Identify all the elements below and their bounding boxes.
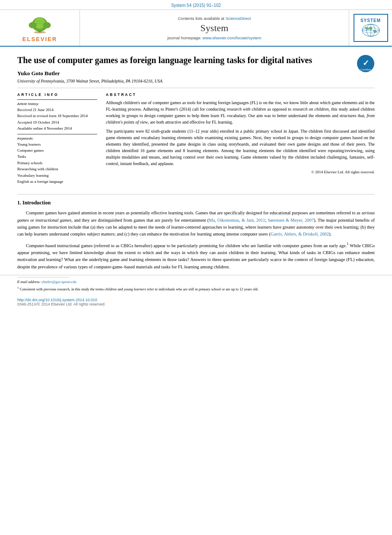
svg-point-6 bbox=[43, 22, 51, 29]
doi-line: http://dx.doi.org/10.1016/j.system.2014.… bbox=[17, 297, 375, 302]
ref-ma-link[interactable]: Ma, Oikonomou, & Jain, 2011 bbox=[209, 218, 265, 223]
section1-title: 1. Introduction bbox=[17, 200, 375, 206]
globe-icon bbox=[360, 23, 382, 38]
email-label: E-mail address: bbox=[17, 280, 41, 284]
journal-center: Contents lists available at ScienceDirec… bbox=[80, 10, 349, 46]
info-divider-2 bbox=[17, 134, 97, 134]
intro-p2: Computer-based instructional games (refe… bbox=[17, 241, 375, 271]
keyword-7: English as a foreign language bbox=[17, 178, 97, 185]
email-footnote: E-mail address: ybutler@gse.upenn.edu bbox=[17, 279, 375, 285]
received-revised-line: Received in revised form 18 September 20… bbox=[17, 113, 97, 119]
keywords-label: Keywords: bbox=[17, 137, 97, 140]
svg-point-2 bbox=[34, 18, 45, 29]
journal-header: ELSEVIER Contents lists available at Sci… bbox=[0, 10, 392, 47]
page-container: System 54 (2015) 91–102 bbox=[0, 0, 392, 535]
main-divider bbox=[17, 194, 375, 194]
sciencedirect-link[interactable]: ScienceDirect bbox=[226, 16, 251, 21]
svg-point-5 bbox=[29, 22, 37, 29]
abstract-text: Although children's use of computer game… bbox=[106, 99, 375, 175]
journal-right-logo: SYSTEM bbox=[349, 10, 392, 46]
abstract-label: ABSTRACT bbox=[106, 92, 375, 97]
two-col-layout: ARTICLE INFO Article history: Received 2… bbox=[17, 92, 375, 185]
elsevier-logo: ELSEVIER bbox=[0, 10, 80, 46]
ref-sorensen-link[interactable]: Sørensen & Meyer, 2007 bbox=[268, 218, 314, 223]
svg-text:✓: ✓ bbox=[363, 59, 369, 67]
footnote-1: 1 Consistent with previous research, in … bbox=[17, 286, 375, 292]
header-divider bbox=[17, 88, 375, 88]
footer-doi: http://dx.doi.org/10.1016/j.system.2014.… bbox=[0, 293, 392, 310]
main-content: 1. Introduction Computer games have gain… bbox=[0, 200, 392, 271]
system-logo-title: SYSTEM bbox=[360, 18, 381, 23]
journal-homepage: journal homepage: www.elsevier.com/locat… bbox=[167, 35, 261, 40]
keyword-1: Young learners bbox=[17, 141, 97, 147]
received-line: Received 21 June 2014 bbox=[17, 107, 97, 113]
ref-garris-link[interactable]: Garris, Ahlers, & Driskell, 2002 bbox=[271, 232, 329, 236]
history-label: Article history: bbox=[17, 102, 97, 106]
info-divider-1 bbox=[17, 99, 97, 100]
keyword-3: Tasks bbox=[17, 153, 97, 159]
journal-top-bar: System 54 (2015) 91–102 bbox=[0, 0, 392, 10]
homepage-link[interactable]: www.elsevier.com/locate/system bbox=[203, 35, 261, 40]
crossmark-icon: ✓ CrossMark bbox=[357, 54, 375, 73]
author-name: Yuko Goto Butler bbox=[17, 70, 375, 77]
copyright-line: © 2014 Elsevier Ltd. All rights reserved… bbox=[106, 169, 375, 175]
footnote-divider bbox=[17, 277, 69, 277]
article-info-label: ARTICLE INFO bbox=[17, 92, 97, 97]
abstract-p2: The participants were 82 sixth-grade stu… bbox=[106, 128, 375, 167]
system-logo-box: SYSTEM bbox=[354, 14, 388, 42]
contents-line: Contents lists available at ScienceDirec… bbox=[178, 16, 251, 21]
email-link[interactable]: ybutler@gse.upenn.edu bbox=[41, 280, 76, 284]
elsevier-text-label: ELSEVIER bbox=[22, 36, 57, 42]
author-affiliation: University of Pennsylvania, 3700 Walnut … bbox=[17, 79, 375, 83]
keyword-6: Vocabulary learning bbox=[17, 172, 97, 178]
accepted-line: Accepted 10 October 2014 bbox=[17, 119, 97, 125]
footer-copyright: 0346-251X/© 2014 Elsevier Ltd. All right… bbox=[17, 302, 375, 306]
article-info-col: ARTICLE INFO Article history: Received 2… bbox=[17, 92, 97, 185]
keyword-5: Researching with children bbox=[17, 166, 97, 172]
intro-p1: Computer games have gained attention in … bbox=[17, 210, 375, 238]
footnote-area: E-mail address: ybutler@gse.upenn.edu 1 … bbox=[0, 275, 392, 293]
abstract-p1: Although children's use of computer game… bbox=[106, 99, 375, 125]
doi-link[interactable]: http://dx.doi.org/10.1016/j.system.2014.… bbox=[17, 298, 97, 302]
article-title: The use of computer games as foreign lan… bbox=[17, 54, 375, 66]
svg-text:CrossMark: CrossMark bbox=[360, 68, 371, 71]
svg-point-7 bbox=[34, 31, 45, 33]
crossmark-badge: ✓ CrossMark bbox=[357, 54, 375, 73]
article-body: The use of computer games as foreign lan… bbox=[0, 47, 392, 189]
abstract-col: ABSTRACT Although children's use of comp… bbox=[106, 92, 375, 185]
elsevier-tree-icon bbox=[22, 13, 57, 35]
keyword-4: Primary schools bbox=[17, 160, 97, 166]
available-line: Available online 4 November 2014 bbox=[17, 125, 97, 131]
journal-name-header: System bbox=[201, 22, 229, 34]
journal-citation: System 54 (2015) 91–102 bbox=[171, 3, 221, 8]
keyword-2: Computer games bbox=[17, 147, 97, 153]
